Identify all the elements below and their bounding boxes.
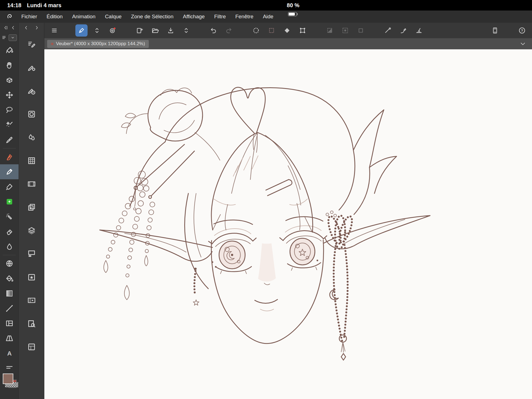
tool-frame-border[interactable] — [0, 316, 19, 331]
resource-ring-button[interactable] — [106, 24, 119, 37]
svg-text:A: A — [7, 350, 11, 357]
pen-icon — [78, 27, 85, 34]
tool-column-header — [0, 23, 19, 33]
unsaved-dot — [51, 43, 53, 45]
palette-subview[interactable] — [19, 312, 44, 335]
menu-fichier[interactable]: Fichier — [17, 14, 42, 20]
palette-quick-access[interactable] — [19, 33, 44, 56]
snap-perspective-button[interactable] — [413, 24, 425, 37]
selection-expand-button[interactable] — [339, 24, 351, 37]
tool-brush[interactable] — [0, 179, 19, 194]
palette-subtool-detail[interactable] — [19, 56, 44, 79]
tool-pen[interactable] — [0, 149, 19, 164]
main-menu-button[interactable] — [48, 24, 60, 37]
palette-brush-size[interactable] — [19, 79, 44, 103]
text-tool-icon: A — [5, 349, 14, 357]
clip-studio-logo[interactable] — [6, 13, 13, 20]
pencil-icon — [5, 168, 14, 176]
collapse-left-icon[interactable] — [24, 25, 29, 30]
decoration-stamp-icon — [5, 198, 14, 206]
document-tab[interactable]: Veuber* (4000 x 3000px 1200ppp 144.2%) — [47, 40, 149, 48]
collapse-left-icon[interactable] — [3, 25, 8, 30]
tool-eyedropper[interactable] — [0, 132, 19, 147]
palette-layer-search[interactable] — [19, 196, 44, 219]
list-icon[interactable] — [2, 35, 7, 40]
paint-pour-icon — [5, 46, 14, 54]
quick-access-icon — [27, 40, 36, 49]
menu-calque[interactable]: Calque — [100, 14, 126, 20]
palette-color-mix[interactable] — [19, 126, 44, 149]
palette-item-bank[interactable] — [19, 335, 44, 359]
chevron-down-icon — [520, 41, 526, 47]
selection-mask-button[interactable] — [355, 24, 367, 37]
menu-selection[interactable]: Zone de Sélection — [126, 14, 178, 20]
tool-auto-select[interactable] — [0, 117, 19, 132]
tool-perspective[interactable] — [0, 331, 19, 346]
gradient-icon — [5, 289, 14, 298]
select-launcher-button[interactable] — [250, 24, 262, 37]
new-canvas-button[interactable] — [134, 24, 146, 37]
tool-fill[interactable] — [0, 271, 19, 286]
palette-materials[interactable] — [19, 265, 44, 289]
transform-button[interactable] — [296, 24, 309, 37]
tool-move-layer[interactable] — [0, 88, 19, 103]
divider — [3, 148, 16, 149]
redo-button[interactable] — [223, 24, 235, 37]
primary-color-swatch[interactable] — [3, 374, 13, 384]
menu-edition[interactable]: Édition — [42, 14, 67, 20]
tool-mesh[interactable] — [0, 256, 19, 271]
svg-text:?: ? — [521, 29, 523, 33]
palette-tool-property[interactable] — [19, 103, 44, 126]
tool-blend[interactable] — [0, 239, 19, 254]
magnifier-doc-icon — [27, 319, 36, 328]
tool-figure[interactable] — [0, 301, 19, 316]
palette-layers[interactable] — [19, 219, 44, 242]
selection-invert-button[interactable] — [324, 24, 336, 37]
tool-gradient[interactable] — [0, 286, 19, 301]
star-folder-icon — [27, 273, 36, 282]
square-outline-icon — [357, 27, 364, 34]
tool-object[interactable] — [0, 73, 19, 88]
help-button[interactable]: ? — [516, 24, 528, 37]
tool-text[interactable]: A — [0, 346, 19, 361]
palette-color-set[interactable] — [19, 149, 44, 172]
image-box-icon — [27, 249, 36, 258]
tablet-icon — [491, 27, 498, 34]
save-switcher-button[interactable] — [180, 24, 192, 37]
clear-selection-button[interactable] — [281, 24, 293, 37]
menu-affichage[interactable]: Affichage — [178, 14, 209, 20]
export-save-button[interactable] — [165, 24, 177, 37]
palette-animation-cels[interactable] — [19, 289, 44, 312]
tool-decoration[interactable] — [0, 194, 19, 209]
tool-view-dropdown[interactable] — [9, 34, 17, 41]
tool-lasso-select[interactable] — [0, 103, 19, 117]
menu-animation[interactable]: Animation — [67, 14, 100, 20]
move-arrows-icon — [5, 91, 14, 99]
tool-eraser[interactable] — [0, 224, 19, 239]
menu-filtre[interactable]: Filtre — [209, 14, 231, 20]
palette-timeline[interactable] — [19, 172, 44, 196]
tool-switcher-button[interactable] — [91, 24, 103, 37]
canvas[interactable]: .s{stroke:#7b5a52;fill:none;stroke-width… — [44, 49, 532, 399]
tool-hand[interactable] — [0, 58, 19, 73]
snap-ruler-button[interactable] — [382, 24, 394, 37]
perspective-icon — [5, 334, 14, 342]
companion-mode-button[interactable] — [489, 24, 501, 37]
droplet-icon — [5, 242, 14, 251]
tool-airbrush[interactable] — [0, 209, 19, 224]
undo-button[interactable] — [207, 24, 219, 37]
deselect-button[interactable] — [265, 24, 278, 37]
tool-pencil[interactable] — [0, 164, 19, 179]
collapse-panel-icon[interactable] — [11, 25, 16, 30]
snap-special-ruler-button[interactable] — [397, 24, 410, 37]
line-icon — [5, 304, 14, 313]
tool-paint-pour[interactable] — [0, 43, 19, 58]
tab-bar-collapse[interactable] — [520, 41, 526, 47]
expand-right-icon[interactable] — [34, 25, 39, 30]
mesh-sphere-icon — [5, 259, 14, 268]
palette-layer-property[interactable] — [19, 242, 44, 265]
open-file-button[interactable] — [149, 24, 161, 37]
current-tool-button[interactable] — [75, 24, 88, 37]
menu-fenetre[interactable]: Fenêtre — [231, 14, 258, 20]
menu-aide[interactable]: Aide — [258, 14, 278, 20]
